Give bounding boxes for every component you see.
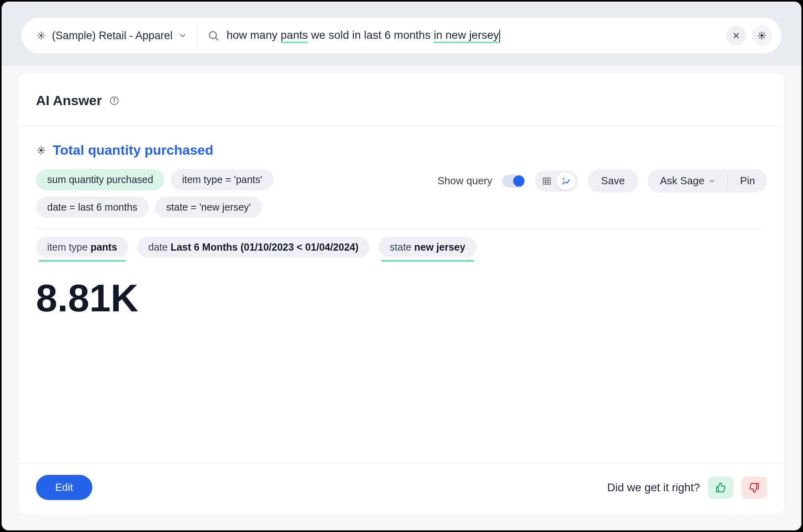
query-pills: sum quantity purchased item type = 'pant…	[36, 169, 364, 218]
search-query-text: how many pants we sold in last 6 months …	[227, 29, 500, 42]
viz-chart-button[interactable]: #	[556, 173, 576, 189]
datasource-selector[interactable]: (Sample) Retail - Apparel	[36, 24, 198, 47]
ask-sage-label: Ask Sage	[660, 175, 704, 187]
filter-value: Last 6 Months (01/10/2023 < 01/04/2024)	[171, 241, 359, 253]
filter-label: date	[148, 241, 171, 253]
search-input-area[interactable]: how many pants we sold in last 6 months …	[207, 29, 717, 42]
filter-item-type[interactable]: item type pants	[36, 237, 128, 258]
query-pill-item-type[interactable]: item type = 'pants'	[171, 169, 273, 190]
query-part: how many	[227, 29, 281, 41]
filter-label: state	[390, 241, 414, 253]
filter-value: pants	[90, 241, 117, 253]
filter-label: item type	[47, 241, 90, 253]
search-icon	[207, 30, 219, 42]
pin-label: Pin	[740, 175, 755, 187]
filter-underline	[381, 260, 474, 262]
info-icon[interactable]	[109, 96, 120, 106]
query-pill-state[interactable]: state = 'new jersey'	[155, 197, 262, 218]
answer-card: AI Answer Total quantity purchased sum q…	[19, 74, 784, 514]
filter-underline	[38, 260, 126, 262]
svg-point-5	[761, 35, 763, 36]
metric-value: 8.81K	[36, 276, 767, 320]
svg-point-0	[40, 35, 42, 36]
chevron-down-icon	[178, 31, 187, 40]
datasource-label: (Sample) Retail - Apparel	[52, 30, 173, 42]
query-pill-measure[interactable]: sum quantity purchased	[36, 169, 164, 190]
close-icon	[732, 31, 741, 40]
svg-text:#: #	[562, 176, 565, 181]
chart-icon: #	[561, 176, 571, 186]
thumbs-up-icon	[715, 482, 726, 493]
feedback-prompt: Did we get it right?	[607, 481, 700, 494]
search-bar: (Sample) Retail - Apparel how many pants…	[22, 18, 781, 54]
save-button[interactable]: Save	[588, 169, 638, 193]
sage-sparkle-icon	[757, 30, 767, 41]
thumbs-up-button[interactable]	[708, 476, 733, 499]
sage-sparkle-icon	[36, 145, 46, 155]
sage-button[interactable]	[752, 26, 772, 46]
query-token-new-jersey: in new jersey	[434, 29, 499, 43]
query-pill-date[interactable]: date = last 6 months	[36, 197, 149, 218]
show-query-label: Show query	[438, 175, 492, 187]
viz-table-button[interactable]	[537, 173, 556, 189]
svg-rect-10	[543, 178, 550, 184]
sage-sparkle-icon	[36, 30, 46, 41]
ask-sage-pin-group: Ask Sage Pin	[648, 169, 767, 193]
svg-line-2	[215, 38, 218, 40]
thumbs-down-button[interactable]	[741, 476, 767, 499]
applied-filters: item type pants date Last 6 Months (01/1…	[36, 229, 767, 258]
edit-button[interactable]: Edit	[36, 475, 92, 500]
query-part: we sold in last 6 months	[308, 29, 434, 41]
show-query-toggle[interactable]	[502, 175, 525, 187]
table-icon	[542, 176, 552, 186]
filter-value: new jersey	[414, 241, 465, 253]
filter-state[interactable]: state new jersey	[379, 237, 476, 258]
edit-label: Edit	[55, 481, 73, 493]
clear-search-button[interactable]	[726, 26, 746, 46]
text-caret	[499, 30, 500, 42]
svg-point-9	[40, 149, 42, 151]
answer-title[interactable]: Total quantity purchased	[53, 142, 213, 158]
query-token-pants: pants	[281, 29, 308, 43]
chevron-down-icon	[708, 177, 715, 185]
save-label: Save	[601, 175, 625, 187]
filter-date[interactable]: date Last 6 Months (01/10/2023 < 01/04/2…	[137, 237, 370, 258]
viz-mode-switch: #	[535, 170, 578, 192]
card-title: AI Answer	[36, 93, 102, 108]
ask-sage-button[interactable]: Ask Sage	[648, 169, 727, 193]
pin-button[interactable]: Pin	[728, 169, 767, 193]
svg-point-8	[114, 98, 115, 99]
thumbs-down-icon	[749, 482, 760, 493]
